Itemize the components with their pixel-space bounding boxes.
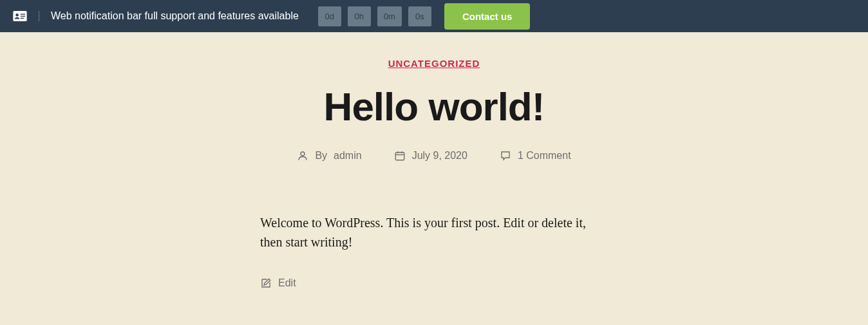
comments-link[interactable]: 1 Comment: [518, 150, 571, 162]
post-meta: By admin July 9, 2020 1 Comment: [0, 150, 868, 162]
countdown-days: 0d: [318, 6, 341, 26]
svg-point-1: [15, 14, 18, 16]
svg-point-5: [301, 152, 305, 156]
svg-rect-3: [21, 16, 25, 17]
edit-icon: [260, 277, 272, 289]
countdown-minutes: 0m: [377, 6, 402, 26]
edit-row: Edit: [260, 277, 608, 289]
id-card-icon: [13, 11, 27, 21]
person-icon: [297, 150, 308, 162]
contact-us-button[interactable]: Contact us: [444, 3, 531, 30]
edit-link[interactable]: Edit: [278, 277, 296, 289]
comment-icon: [500, 150, 511, 162]
svg-rect-2: [21, 14, 25, 14]
author-link[interactable]: admin: [334, 150, 362, 162]
meta-comments: 1 Comment: [500, 150, 571, 162]
notification-icon-wrap: [13, 11, 39, 21]
category-link[interactable]: UNCATEGORIZED: [388, 58, 480, 69]
by-label: By: [315, 150, 327, 162]
category-row: UNCATEGORIZED: [0, 58, 868, 70]
post-title: Hello world!: [0, 84, 868, 129]
meta-author: By admin: [297, 150, 361, 162]
post-content: Welcome to WordPress. This is your first…: [260, 213, 608, 252]
notification-bar: Web notification bar full support and fe…: [0, 0, 868, 32]
svg-rect-6: [395, 153, 404, 160]
countdown: 0d 0h 0m 0s: [318, 6, 431, 26]
calendar-icon: [394, 150, 406, 162]
countdown-hours: 0h: [348, 6, 371, 26]
svg-rect-4: [21, 18, 24, 19]
notification-text: Web notification bar full support and fe…: [51, 10, 299, 22]
content-area: UNCATEGORIZED Hello world! By admin July…: [0, 32, 868, 325]
meta-date: July 9, 2020: [394, 150, 467, 162]
post-body: Welcome to WordPress. This is your first…: [247, 213, 621, 289]
date-link[interactable]: July 9, 2020: [412, 150, 467, 162]
countdown-seconds: 0s: [408, 6, 431, 26]
